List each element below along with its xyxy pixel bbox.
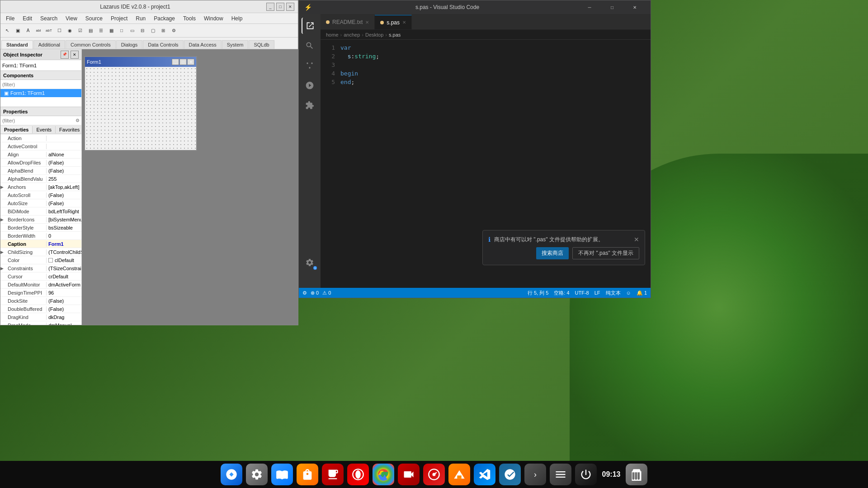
taskbar-power[interactable] — [575, 464, 597, 485]
toolbar-btn6[interactable]: ▦ — [106, 26, 116, 36]
prop-row-childsizing[interactable]: ▶ ChildSizing (TControlChildSi — [0, 248, 81, 256]
prop-row-anchors[interactable]: ▶ Anchors [akTop,akLeft] — [0, 183, 81, 191]
vscode-tab-spas[interactable]: s.pas ✕ — [375, 15, 412, 29]
prop-row-borderstyle[interactable]: BorderStyle bsSizeable — [0, 224, 81, 232]
menu-tools[interactable]: Tools — [179, 14, 199, 23]
toolbar-btn9[interactable]: ⊟ — [137, 26, 147, 36]
toolbar-abl[interactable]: abI — [33, 26, 43, 36]
statusbar-line-ending[interactable]: LF — [594, 290, 600, 296]
toolbar-label[interactable]: A — [23, 26, 33, 36]
toolbar-btn4[interactable]: ▤ — [85, 26, 95, 36]
menu-project[interactable]: Project — [107, 14, 131, 23]
prop-row-dragkind[interactable]: DragKind dkDrag — [0, 313, 81, 321]
vscode-minimize-btn[interactable]: ─ — [579, 0, 600, 14]
taskbar-settings[interactable] — [246, 464, 268, 485]
prop-row-cursor[interactable]: Cursor crDefault — [0, 272, 81, 281]
taskbar-trash[interactable] — [626, 464, 647, 485]
notif-close-btn[interactable]: ✕ — [634, 236, 639, 243]
prop-row-allowdropfiles[interactable]: AllowDropFiles (False) — [0, 159, 81, 167]
notif-dismiss-btn[interactable]: 不再对 ".pas" 文件显示 — [572, 247, 639, 259]
prop-row-activecontrol[interactable]: ActiveControl — [0, 142, 81, 150]
prop-row-color[interactable]: Color clDefault — [0, 256, 81, 264]
palette-tab-dialogs[interactable]: Dialogs — [116, 40, 143, 49]
menu-package[interactable]: Package — [150, 14, 179, 23]
menu-run[interactable]: Run — [132, 14, 149, 23]
activity-search-icon[interactable] — [302, 38, 318, 54]
statusbar-spaces[interactable]: 空格: 4 — [554, 290, 569, 296]
statusbar-warnings[interactable]: ⚠ 0 — [322, 290, 331, 296]
prop-row-autosize[interactable]: AutoSize (False) — [0, 199, 81, 207]
activity-debug-icon[interactable] — [302, 77, 318, 94]
tab-events[interactable]: Events — [33, 126, 56, 133]
toolbar-btn11[interactable]: ⊞ — [158, 26, 168, 36]
taskbar-vlc[interactable] — [448, 464, 470, 485]
taskbar-opera[interactable] — [347, 464, 369, 485]
inspector-close-btn[interactable]: ✕ — [71, 51, 79, 59]
taskbar-store[interactable] — [271, 464, 293, 485]
vscode-close-btn[interactable]: ✕ — [624, 0, 645, 14]
toolbar-btn2[interactable]: ◉ — [65, 26, 75, 36]
taskbar-bag[interactable] — [297, 464, 318, 485]
form-designer-body[interactable] — [85, 67, 196, 150]
prop-row-designtimeppi[interactable]: DesignTimePPI 96 — [0, 289, 81, 297]
prop-row-docksite[interactable]: DockSite (False) — [0, 297, 81, 305]
form-designer-area[interactable]: Form1 _ □ ✕ — [82, 49, 298, 325]
toolbar-btn12[interactable]: ⚙ — [169, 26, 179, 36]
activity-extensions-icon[interactable] — [302, 97, 318, 113]
prop-row-align[interactable]: Align alNone — [0, 150, 81, 159]
tab-favorites[interactable]: Favorites — [56, 126, 81, 133]
toolbar-select[interactable]: ▣ — [13, 26, 23, 36]
menu-source[interactable]: Source — [82, 14, 106, 23]
breadcrumb-anchep[interactable]: anchep — [344, 32, 360, 38]
toolbar-abt[interactable]: abT — [44, 26, 54, 36]
menu-view[interactable]: View — [62, 14, 81, 23]
prop-row-defaultmonitor[interactable]: DefaultMonitor dmActiveForm — [0, 281, 81, 289]
breadcrumb-home[interactable]: home — [326, 32, 339, 38]
form-designer-window[interactable]: Form1 _ □ ✕ — [84, 56, 197, 151]
taskbar-deepin[interactable] — [221, 464, 242, 485]
statusbar-smiley-icon[interactable]: ☺ — [626, 290, 631, 296]
prop-row-alphablend[interactable]: AlphaBlend (False) — [0, 167, 81, 175]
palette-tab-common-controls[interactable]: Common Controls — [66, 40, 116, 49]
statusbar-encoding[interactable]: UTF-8 — [575, 290, 589, 296]
statusbar-bell-icon[interactable]: 🔔 1 — [637, 290, 647, 296]
prop-row-dragmode[interactable]: DragMode dmManual — [0, 321, 81, 325]
activity-git-icon[interactable] — [302, 57, 318, 74]
form-minimize-btn[interactable]: _ — [172, 59, 179, 65]
props-filter-icon[interactable]: ⚙ — [75, 118, 80, 123]
taskbar-video[interactable] — [398, 464, 420, 485]
object-selector[interactable]: Form1: TForm1 — [0, 60, 81, 71]
readme-tab-close[interactable]: ✕ — [365, 20, 369, 25]
form-close-btn[interactable]: ✕ — [187, 59, 194, 65]
toolbar-btn3[interactable]: ☑ — [75, 26, 85, 36]
form-maximize-btn[interactable]: □ — [179, 59, 187, 65]
prop-row-autoscroll[interactable]: AutoScroll (False) — [0, 191, 81, 199]
notif-search-btn[interactable]: 搜索商店 — [536, 247, 569, 259]
toolbar-arrow[interactable]: ↖ — [2, 26, 12, 36]
statusbar-errors[interactable]: ⊗ 0 — [311, 290, 319, 296]
toolbar-btn7[interactable]: □ — [117, 26, 127, 36]
palette-tab-standard[interactable]: Standard — [1, 40, 33, 49]
lazarus-maximize-btn[interactable]: □ — [276, 3, 284, 11]
menu-edit[interactable]: Edit — [19, 14, 36, 23]
menu-help[interactable]: Help — [228, 14, 246, 23]
breadcrumb-spas[interactable]: s.pas — [389, 32, 401, 38]
components-filter-input[interactable] — [2, 82, 80, 87]
breadcrumb-desktop[interactable]: Desktop — [365, 32, 383, 38]
props-filter[interactable]: ⚙ — [0, 116, 81, 125]
prop-row-caption[interactable]: Caption Form1 — [0, 240, 81, 248]
inspector-pin-btn[interactable]: 📌 — [61, 51, 69, 59]
menu-file[interactable]: File — [2, 14, 18, 23]
prop-row-doublebuffered[interactable]: DoubleBuffered (False) — [0, 305, 81, 313]
spas-tab-close[interactable]: ✕ — [402, 20, 406, 25]
tab-properties[interactable]: Properties — [0, 126, 33, 133]
activity-explorer-icon[interactable] — [302, 18, 318, 34]
prop-row-bidimode[interactable]: BiDiMode bdLeftToRight — [0, 207, 81, 216]
taskbar-netease[interactable] — [423, 464, 445, 485]
lazarus-minimize-btn[interactable]: _ — [266, 3, 274, 11]
components-filter[interactable] — [0, 80, 81, 89]
taskbar-terminal[interactable] — [322, 464, 344, 485]
prop-row-borderwidth[interactable]: BorderWidth 0 — [0, 232, 81, 240]
statusbar-line-col[interactable]: 行 5, 列 5 — [528, 290, 548, 296]
toolbar-btn1[interactable]: ☐ — [54, 26, 64, 36]
